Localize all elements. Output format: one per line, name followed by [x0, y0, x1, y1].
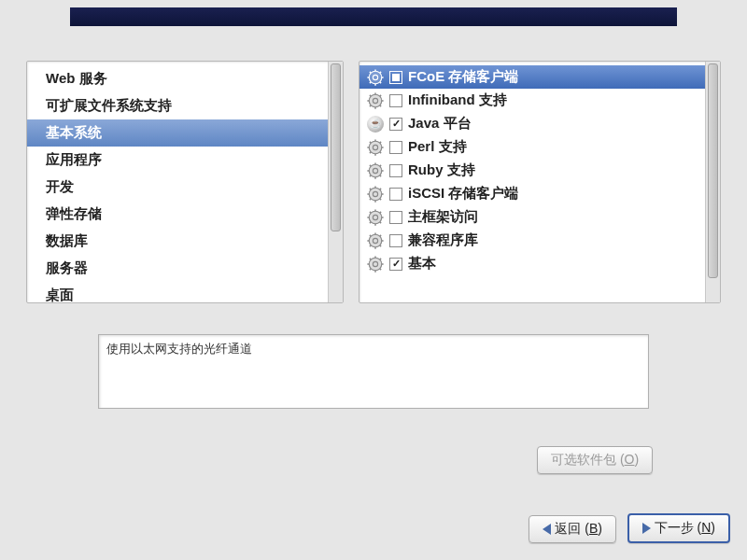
svg-line-33	[380, 175, 381, 175]
arrow-right-icon	[642, 523, 651, 534]
svg-line-59	[380, 211, 381, 212]
category-item-label: Web 服务	[46, 70, 107, 86]
category-item-label: 弹性存储	[46, 205, 102, 221]
package-item[interactable]: 兼容程序库	[359, 229, 705, 252]
svg-line-15	[370, 105, 371, 105]
svg-line-7	[370, 71, 371, 72]
category-item-label: 开发	[46, 178, 74, 194]
next-button[interactable]: 下一步 (N)	[627, 513, 730, 543]
svg-line-23	[380, 151, 381, 152]
svg-line-53	[380, 221, 381, 222]
java-icon: ☕	[367, 116, 384, 133]
next-button-label: 下一步 (N)	[655, 520, 715, 537]
package-checkbox[interactable]	[389, 71, 402, 84]
package-item[interactable]: FCoE 存储客户端	[359, 65, 705, 89]
svg-point-50	[369, 211, 382, 224]
category-item-label: 服务器	[46, 259, 88, 275]
svg-line-65	[370, 245, 371, 245]
package-item[interactable]: Perl 支持	[359, 135, 705, 159]
package-checkbox[interactable]	[389, 141, 402, 154]
svg-line-63	[380, 245, 381, 245]
package-checkbox[interactable]	[389, 188, 402, 201]
svg-line-5	[370, 81, 371, 82]
gear-icon	[367, 92, 384, 109]
category-list[interactable]: Web 服务可扩展文件系统支持基本系统应用程序开发弹性存储数据库服务器桌面	[27, 62, 328, 302]
category-scrollbar-thumb[interactable]	[331, 63, 341, 231]
package-item-label: 基本	[408, 255, 436, 273]
package-checkbox[interactable]: ✓	[389, 258, 402, 271]
category-item[interactable]: 弹性存储	[27, 201, 328, 228]
gear-icon	[367, 209, 384, 226]
svg-line-47	[370, 188, 371, 189]
package-checkbox[interactable]	[389, 164, 402, 177]
svg-point-0	[369, 71, 382, 84]
package-item-label: 兼容程序库	[408, 231, 478, 249]
svg-point-40	[369, 188, 382, 201]
package-list[interactable]: FCoE 存储客户端Infiniband 支持☕✓Java 平台Perl 支持R…	[359, 62, 705, 302]
package-item-label: FCoE 存储客户端	[408, 68, 518, 86]
category-item[interactable]: 基本系统	[27, 119, 328, 147]
package-item[interactable]: ✓基本	[359, 252, 705, 275]
svg-line-9	[380, 71, 381, 72]
category-item[interactable]: 服务器	[27, 255, 328, 282]
svg-line-25	[370, 151, 371, 152]
package-checkbox[interactable]	[389, 234, 402, 247]
package-item[interactable]: 主框架访问	[359, 205, 705, 229]
optional-packages-button: 可选软件包 (O)	[537, 446, 653, 474]
category-panel: Web 服务可扩展文件系统支持基本系统应用程序开发弹性存储数据库服务器桌面	[26, 61, 344, 303]
svg-line-13	[380, 105, 381, 105]
category-item[interactable]: 可扩展文件系统支持	[27, 92, 328, 119]
svg-line-79	[380, 258, 381, 259]
category-item-label: 应用程序	[46, 151, 102, 167]
category-item[interactable]: Web 服务	[27, 65, 328, 92]
package-item-label: Perl 支持	[408, 138, 467, 156]
svg-line-17	[370, 94, 371, 95]
optional-packages-label: 可选软件包 (O)	[551, 452, 639, 469]
back-button[interactable]: 返回 (B)	[529, 515, 616, 543]
description-box: 使用以太网支持的光纤通道	[98, 334, 649, 409]
package-panel: FCoE 存储客户端Infiniband 支持☕✓Java 平台Perl 支持R…	[359, 61, 721, 303]
package-checkbox[interactable]	[389, 211, 402, 224]
category-item-label: 可扩展文件系统支持	[46, 97, 172, 113]
package-item[interactable]: Infiniband 支持	[359, 89, 705, 112]
package-scrollbar[interactable]	[705, 62, 720, 302]
svg-point-10	[369, 94, 382, 107]
category-item[interactable]: 桌面	[27, 282, 328, 302]
package-checkbox[interactable]: ✓	[389, 118, 402, 131]
category-item[interactable]: 应用程序	[27, 147, 328, 174]
svg-line-35	[370, 175, 371, 175]
svg-point-20	[369, 141, 382, 154]
package-item-label: 主框架访问	[408, 208, 478, 226]
svg-line-43	[380, 198, 381, 199]
package-item[interactable]: ☕✓Java 平台	[359, 112, 705, 135]
svg-line-69	[380, 234, 381, 235]
gear-icon	[367, 256, 384, 273]
svg-line-3	[380, 81, 381, 82]
svg-point-30	[369, 164, 382, 177]
category-item[interactable]: 数据库	[27, 228, 328, 255]
svg-line-75	[370, 268, 371, 269]
package-item-label: Infiniband 支持	[408, 91, 507, 109]
category-scrollbar[interactable]	[328, 62, 343, 302]
category-item[interactable]: 开发	[27, 174, 328, 201]
package-checkbox[interactable]	[389, 94, 402, 107]
svg-line-29	[380, 141, 381, 142]
svg-line-55	[370, 221, 371, 222]
svg-point-70	[369, 258, 382, 271]
gear-icon	[367, 232, 384, 249]
svg-line-19	[380, 94, 381, 95]
svg-line-27	[370, 141, 371, 142]
package-item[interactable]: iSCSI 存储客户端	[359, 182, 705, 205]
svg-line-49	[380, 188, 381, 189]
category-item-label: 数据库	[46, 232, 88, 248]
svg-point-60	[369, 234, 382, 247]
svg-line-39	[380, 164, 381, 165]
svg-line-57	[370, 211, 371, 212]
gear-icon	[367, 186, 384, 203]
arrow-left-icon	[543, 524, 551, 535]
gear-icon	[367, 139, 384, 156]
package-item[interactable]: Ruby 支持	[359, 159, 705, 182]
package-scrollbar-thumb[interactable]	[708, 63, 718, 278]
category-item-label: 桌面	[46, 287, 74, 302]
package-item-label: iSCSI 存储客户端	[408, 185, 518, 203]
